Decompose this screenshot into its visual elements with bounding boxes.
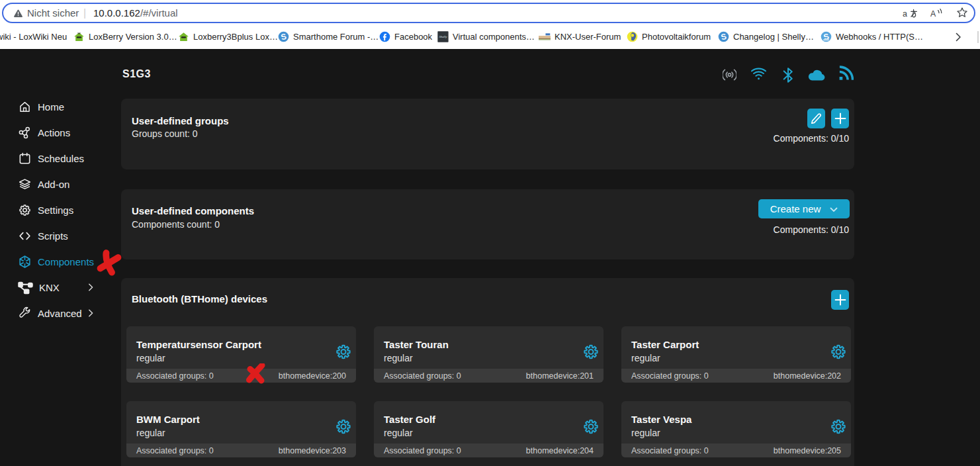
svg-text:A: A bbox=[930, 9, 936, 18]
svg-text:Shelly: Shelly bbox=[439, 35, 447, 38]
svg-text:a: a bbox=[903, 9, 907, 18]
